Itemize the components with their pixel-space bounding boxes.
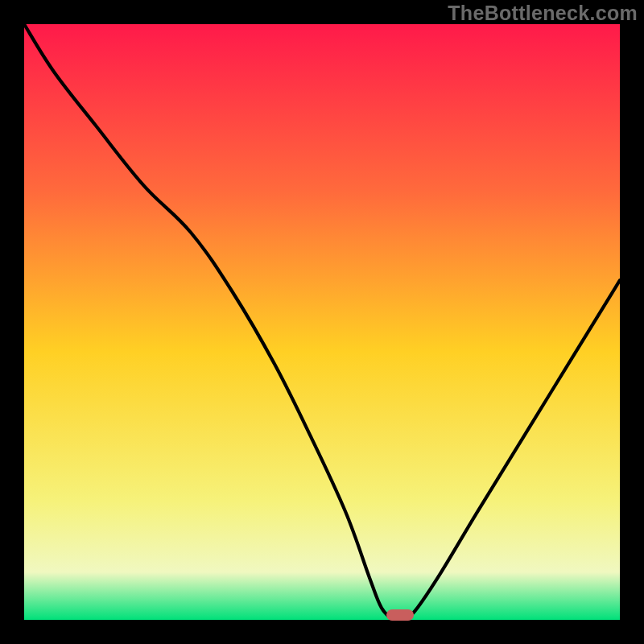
bottleneck-plot (0, 0, 644, 644)
gradient-background (24, 24, 620, 620)
chart-frame: TheBottleneck.com (0, 0, 644, 644)
watermark-label: TheBottleneck.com (448, 2, 638, 25)
optimum-marker (386, 609, 414, 621)
